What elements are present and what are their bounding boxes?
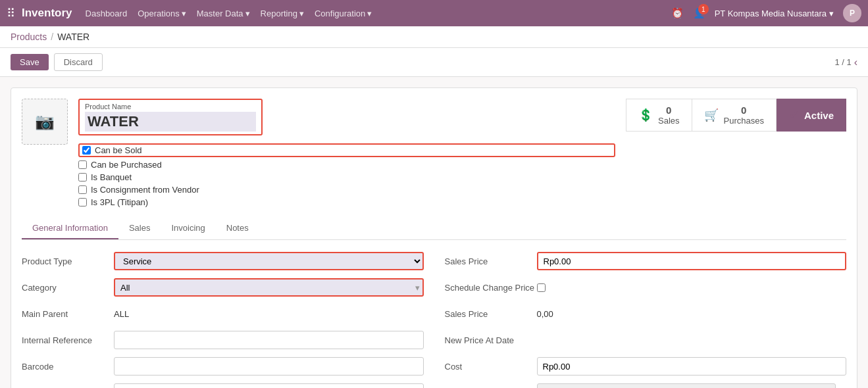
stats-buttons: 💲 0 Sales 🛒 0 Purchases ✔ A — [626, 99, 846, 132]
barcode-label: Barcode — [22, 362, 114, 372]
avatar[interactable]: P — [843, 4, 861, 22]
checkbox-can-be-purchased[interactable]: Can be Purchased — [78, 160, 615, 170]
category-input[interactable] — [114, 278, 424, 297]
main-parent-label: Main Parent — [22, 309, 114, 319]
sales-price-input-wrap — [537, 252, 847, 270]
cart-icon: 🛒 — [704, 108, 719, 122]
purchases-label: Purchases — [724, 116, 764, 126]
cost-label: Cost — [445, 362, 537, 372]
breadcrumb: Products / WATER — [0, 26, 868, 48]
active-label: Active — [804, 110, 834, 121]
product-image[interactable]: 📷 — [22, 99, 68, 145]
stat-purchases-button[interactable]: 🛒 0 Purchases — [692, 99, 777, 132]
checkbox-can-be-sold[interactable]: Can be Sold — [78, 143, 615, 157]
schedule-change-price-label: Schedule Change Price — [445, 283, 537, 293]
field-internal-reference: Internal Reference — [22, 329, 424, 351]
app-name: Inventory — [22, 7, 72, 20]
internal-ref-input[interactable] — [114, 331, 424, 349]
save-button[interactable]: Save — [11, 54, 49, 70]
help-icon[interactable]: ⏰ — [671, 7, 684, 19]
sales-count: 0 — [658, 105, 680, 116]
company-select[interactable]: PT Kompas Media Nusantara — [537, 383, 836, 388]
checkbox-can-be-sold-input[interactable] — [82, 146, 91, 155]
nav-master-data[interactable]: Master Data ▾ — [197, 9, 250, 18]
tab-notes[interactable]: Notes — [216, 218, 259, 239]
breadcrumb-current: WATER — [57, 32, 89, 42]
main-content: 📷 Product Name Can be Sold Can be Purcha… — [0, 77, 868, 388]
field-cost: Cost — [445, 356, 847, 377]
new-price-date-label: New Price At Date — [445, 335, 537, 345]
notification-badge: 1 — [698, 4, 709, 14]
dollar-icon: 💲 — [638, 108, 653, 122]
purchases-count: 0 — [724, 105, 764, 116]
product-info: Product Name Can be Sold Can be Purchase… — [78, 99, 615, 207]
internal-ref-label: Internal Reference — [22, 335, 114, 345]
user-menu[interactable]: PT Kompas Media Nusantara ▾ — [715, 9, 834, 18]
field-category: Category ▾ — [22, 277, 424, 298]
checkboxes: Can be Sold Can be Purchased Is Banquet … — [78, 143, 615, 207]
breadcrumb-parent[interactable]: Products — [11, 32, 47, 42]
category-select-wrap: ▾ — [114, 278, 424, 297]
schedule-change-price-checkbox-wrap — [537, 283, 546, 292]
checkbox-is-consignment-input[interactable] — [78, 185, 87, 194]
field-sales-price: Sales Price — [445, 251, 847, 272]
field-new-price-date: New Price At Date — [445, 329, 847, 351]
checkbox-is-banquet[interactable]: Is Banquet — [78, 172, 615, 182]
nav-configuration[interactable]: Configuration ▾ — [315, 9, 372, 18]
sales-price-label: Sales Price — [445, 256, 537, 266]
field-company: Company PT Kompas Media Nusantara ↗ — [445, 382, 847, 388]
pagination-prev[interactable]: ‹ — [854, 57, 857, 68]
discard-button[interactable]: Discard — [54, 53, 103, 71]
nav-operations[interactable]: Operations ▾ — [138, 9, 186, 18]
stat-active-button[interactable]: ✔ Active — [777, 99, 846, 132]
checkbox-is-3pl-input[interactable] — [78, 198, 87, 206]
tab-sales[interactable]: Sales — [118, 218, 161, 239]
checkbox-is-banquet-input[interactable] — [78, 173, 87, 182]
brand-input[interactable] — [114, 383, 424, 388]
product-header: 📷 Product Name Can be Sold Can be Purcha… — [22, 99, 846, 207]
cost-input[interactable] — [537, 357, 847, 376]
product-type-select[interactable]: Service — [114, 252, 424, 270]
field-sales-price2: Sales Price 0,00 — [445, 303, 847, 324]
app-grid-icon[interactable]: ⠿ — [7, 6, 15, 20]
product-name-label: Product Name — [85, 103, 256, 110]
checkbox-can-be-purchased-input[interactable] — [78, 160, 87, 169]
product-card: 📷 Product Name Can be Sold Can be Purcha… — [11, 87, 857, 388]
pagination: 1 / 1 ‹ — [834, 57, 857, 68]
field-product-type: Product Type Service — [22, 251, 424, 272]
tab-invoicing[interactable]: Invoicing — [161, 218, 215, 239]
field-brand: Brand — [22, 382, 424, 388]
checkbox-is-3pl[interactable]: Is 3PL (Titipan) — [78, 197, 615, 207]
top-navigation: ⠿ Inventory Dashboard Operations ▾ Maste… — [0, 0, 868, 26]
nav-dashboard[interactable]: Dashboard — [86, 9, 128, 18]
sales-label: Sales — [658, 116, 680, 126]
tabs: General Information Sales Invoicing Note… — [22, 218, 846, 240]
field-main-parent: Main Parent ALL — [22, 303, 424, 324]
camera-icon: 📷 — [35, 112, 55, 131]
checkmark-icon: ✔ — [789, 108, 799, 122]
form-left: Product Type Service Category ▾ — [22, 251, 424, 388]
field-schedule-change-price: Schedule Change Price — [445, 277, 847, 298]
product-type-label: Product Type — [22, 256, 114, 266]
form-grid: Product Type Service Category ▾ — [22, 251, 846, 388]
product-name-input[interactable] — [85, 112, 256, 132]
nav-reporting[interactable]: Reporting ▾ — [261, 9, 304, 18]
barcode-input[interactable] — [114, 357, 424, 376]
category-label: Category — [22, 283, 114, 293]
main-parent-value: ALL — [114, 309, 424, 319]
category-input-wrap: ▾ — [114, 278, 424, 297]
product-name-section: Product Name — [78, 99, 263, 135]
product-type-select-wrapper: Service — [114, 252, 424, 270]
field-barcode: Barcode — [22, 356, 424, 377]
checkbox-is-consignment[interactable]: Is Consignment from Vendor — [78, 185, 615, 195]
stat-sales-button[interactable]: 💲 0 Sales — [626, 99, 692, 132]
sales-price-input[interactable] — [537, 252, 847, 270]
sales-price2-label: Sales Price — [445, 309, 537, 319]
action-bar: Save Discard 1 / 1 ‹ — [0, 48, 868, 77]
schedule-change-price-checkbox[interactable] — [537, 283, 546, 292]
tab-general-information[interactable]: General Information — [22, 218, 118, 239]
sales-price2-value: 0,00 — [537, 309, 847, 319]
form-right: Sales Price Schedule Change Price — [445, 251, 847, 388]
